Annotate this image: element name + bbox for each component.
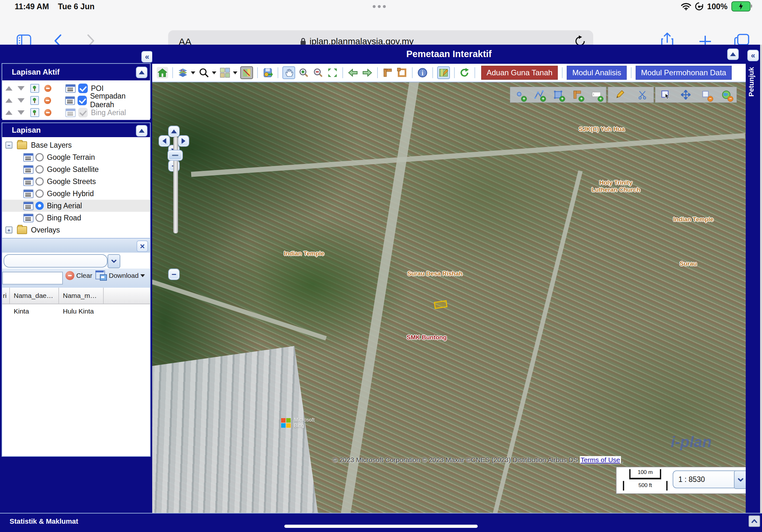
layer-style-icon[interactable] <box>30 84 39 93</box>
column-header[interactable]: Nama_dae… <box>10 288 59 303</box>
layer-style-icon[interactable] <box>30 108 39 117</box>
layers-tool-icon[interactable] <box>177 67 189 79</box>
dropdown-open-icon[interactable] <box>108 254 120 268</box>
scale-ratio-select[interactable]: 1 : 8530 <box>673 470 739 488</box>
collapse-node-icon[interactable]: − <box>5 142 12 149</box>
layer-radio[interactable] <box>36 189 44 198</box>
zoom-slider-handle[interactable] <box>168 151 182 160</box>
collapse-sidebar-button[interactable]: « <box>141 51 153 62</box>
expand-statistics-icon[interactable] <box>749 515 760 527</box>
legend-icon[interactable] <box>23 214 34 222</box>
aduan-guna-tanah-button[interactable]: Aduan Guna Tanah <box>481 66 558 80</box>
layer-checkbox[interactable] <box>78 96 87 105</box>
move-down-icon[interactable] <box>18 86 25 91</box>
layer-style-icon[interactable] <box>30 96 39 105</box>
base-layer-option[interactable]: Bing Road <box>2 212 150 224</box>
base-layer-option[interactable]: Google Satellite <box>2 163 150 175</box>
move-feature-icon[interactable] <box>680 89 692 100</box>
modul-analisis-button[interactable]: Modul Analisis <box>567 66 626 80</box>
base-layer-option[interactable]: Google Terrain <box>2 151 150 163</box>
layer-radio[interactable] <box>36 153 44 162</box>
terms-of-use-link[interactable]: Terms of Use <box>580 456 621 463</box>
move-up-icon[interactable] <box>5 86 12 91</box>
draw-on-map-icon[interactable] <box>437 66 450 79</box>
cut-scissors-icon[interactable] <box>637 89 648 100</box>
zoom-out-tool-icon[interactable] <box>312 67 324 79</box>
measure-length-icon[interactable] <box>382 67 393 79</box>
search-caret-icon[interactable] <box>212 71 216 74</box>
full-extent-icon[interactable] <box>327 67 338 79</box>
layer-checkbox[interactable] <box>78 84 88 93</box>
legend-icon[interactable] <box>23 189 34 198</box>
search-tool-icon[interactable] <box>198 67 210 79</box>
filter-input[interactable] <box>2 272 63 285</box>
add-line-icon[interactable]: + <box>533 89 545 100</box>
remove-layer-icon[interactable] <box>44 109 51 116</box>
refresh-map-icon[interactable] <box>459 67 470 79</box>
clear-all-globe-icon[interactable]: − <box>721 89 732 100</box>
layers-panel-header[interactable]: Lapisan <box>2 123 150 137</box>
map-canvas[interactable]: + − + + + + + <box>152 82 746 532</box>
remove-layer-icon[interactable] <box>44 85 51 92</box>
statistics-bar[interactable]: Statistik & Maklumat <box>0 513 762 532</box>
legend-tab[interactable]: Petunjuk <box>747 67 756 97</box>
legend-icon[interactable] <box>65 108 76 117</box>
search-select-input[interactable] <box>4 254 108 268</box>
results-table-row[interactable]: Kinta Hulu Kinta <box>2 304 150 318</box>
legend-icon[interactable] <box>23 202 34 210</box>
pan-tool-icon[interactable] <box>282 66 295 79</box>
basemap-caret-icon[interactable] <box>233 71 237 74</box>
delete-feature-icon[interactable]: − <box>700 89 712 100</box>
move-up-icon[interactable] <box>5 98 12 103</box>
home-indicator[interactable] <box>284 525 478 528</box>
add-point-icon[interactable]: + <box>514 89 526 100</box>
legend-icon[interactable] <box>23 177 34 186</box>
basemap-gallery-icon[interactable] <box>219 67 231 79</box>
add-measure-icon[interactable]: + <box>572 89 583 100</box>
move-down-icon[interactable] <box>18 98 25 103</box>
collapse-title-icon[interactable] <box>727 48 739 60</box>
base-layer-option[interactable]: Google Hybrid <box>2 187 150 200</box>
expand-legend-button[interactable]: « <box>747 50 759 61</box>
move-down-icon[interactable] <box>18 110 25 115</box>
close-panel-icon[interactable]: × <box>137 240 148 252</box>
select-feature-icon[interactable] <box>660 89 671 100</box>
layers-caret-icon[interactable] <box>191 71 195 74</box>
move-up-icon[interactable] <box>5 110 12 115</box>
legend-icon[interactable] <box>65 84 76 93</box>
zoom-out-button[interactable]: − <box>169 269 179 279</box>
layer-radio[interactable] <box>36 177 44 186</box>
column-header[interactable]: ri <box>2 288 10 303</box>
clear-button[interactable]: Clear <box>65 271 92 280</box>
legend-icon[interactable] <box>23 153 34 162</box>
base-layer-option[interactable]: Google Streets <box>2 175 150 187</box>
measure-map-icon[interactable] <box>240 66 253 79</box>
tree-folder-overlays[interactable]: + Overlays <box>2 224 150 236</box>
layer-radio-selected[interactable] <box>36 202 44 210</box>
expand-node-icon[interactable]: + <box>5 227 12 233</box>
zoom-in-tool-icon[interactable] <box>298 67 310 79</box>
save-session-icon[interactable] <box>262 67 273 79</box>
tree-folder-base-layers[interactable]: − Base Layers <box>2 139 150 151</box>
remove-layer-icon[interactable] <box>44 97 51 104</box>
active-layers-header[interactable]: Lapisan Aktif <box>2 64 150 80</box>
pan-right-button[interactable] <box>178 136 189 146</box>
scale-dropdown-icon[interactable] <box>734 470 746 489</box>
base-layer-option-selected[interactable]: Bing Aerial <box>2 200 150 212</box>
download-button[interactable]: Download <box>95 270 145 281</box>
home-extent-icon[interactable] <box>157 67 168 79</box>
next-extent-icon[interactable] <box>361 67 373 79</box>
modul-permohonan-data-button[interactable]: Modul Permohonan Data <box>636 66 732 80</box>
highlighted-parcel[interactable] <box>434 300 448 309</box>
collapse-panel-icon[interactable] <box>136 67 147 78</box>
legend-icon[interactable] <box>23 165 34 174</box>
collapse-panel-icon[interactable] <box>136 125 147 137</box>
pan-left-button[interactable] <box>159 136 170 146</box>
layer-radio[interactable] <box>36 165 44 173</box>
layer-radio[interactable] <box>36 214 44 222</box>
pan-up-button[interactable] <box>169 126 179 137</box>
legend-icon[interactable] <box>65 96 75 105</box>
edit-pencil-icon[interactable] <box>614 89 625 100</box>
add-label-icon[interactable]: + <box>591 89 602 100</box>
column-header[interactable]: Nama_m… <box>59 288 104 303</box>
